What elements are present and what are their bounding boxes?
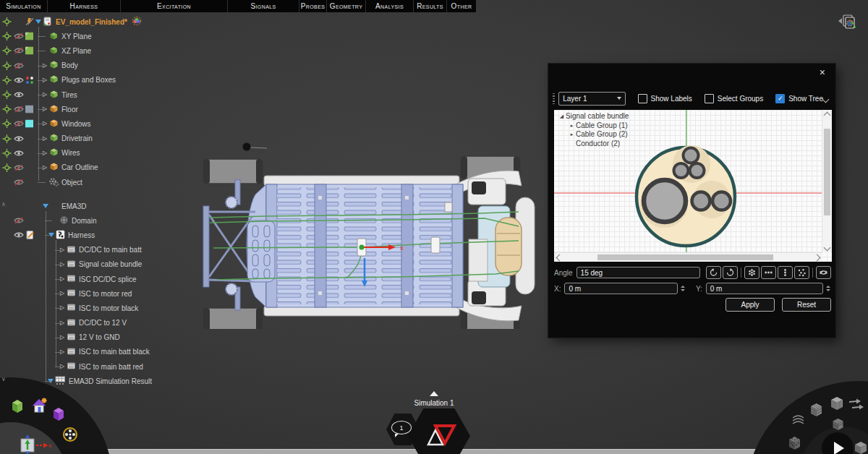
color-swatch[interactable] — [25, 120, 33, 128]
expand-icon[interactable]: ▷ — [43, 77, 47, 83]
rotate-ccw-button[interactable] — [706, 266, 721, 279]
edit-icon[interactable] — [25, 231, 35, 240]
horizontal-scrollbar[interactable] — [554, 252, 822, 262]
scroll-up-icon[interactable]: ∧ — [1, 201, 6, 207]
collapse-icon[interactable] — [35, 20, 41, 24]
visibility-off-icon[interactable] — [14, 47, 24, 54]
checkbox-icon[interactable] — [705, 94, 714, 103]
collapse-icon[interactable] — [48, 233, 54, 237]
vertical-scrollbar[interactable] — [822, 110, 832, 253]
rotate-cw-button[interactable] — [723, 266, 738, 279]
tree-row[interactable]: Object — [0, 175, 181, 189]
visibility-on-icon[interactable] — [14, 231, 24, 239]
panel-chevron-down-icon[interactable] — [823, 92, 828, 105]
close-icon[interactable]: × — [820, 67, 825, 77]
expand-icon[interactable]: ▷ — [43, 106, 47, 112]
expand-icon[interactable]: ▷ — [60, 276, 64, 282]
solid-cube-icon[interactable] — [829, 395, 845, 411]
bundle-tree-row[interactable]: ▸ Cable Group (1) — [558, 121, 629, 131]
floor-pan[interactable] — [247, 184, 463, 307]
locate-target-icon[interactable] — [2, 75, 12, 85]
cross-section-canvas[interactable]: ◢ Signal cable bundle ▸ Cable Group (1) … — [554, 110, 832, 262]
tree-row[interactable]: ▷ Wires — [0, 146, 181, 160]
visibility-off-icon[interactable] — [14, 164, 24, 171]
pack-scatter-button[interactable] — [794, 266, 809, 279]
expand-icon[interactable]: ▷ — [60, 247, 64, 253]
conductor[interactable] — [684, 148, 699, 163]
waves-icon[interactable] — [791, 414, 806, 427]
checkbox-icon[interactable]: ✓ — [775, 94, 785, 103]
visibility-off-icon[interactable] — [14, 62, 24, 69]
color-swatch[interactable] — [25, 33, 33, 40]
orientation-axes-widget[interactable]: x — [17, 434, 52, 454]
checkbox-show-labels[interactable]: Show Labels — [638, 94, 692, 103]
tree-row[interactable]: ▷ Tires — [0, 87, 181, 102]
locate-target-icon[interactable] — [2, 119, 12, 129]
reset-button[interactable]: Reset — [782, 298, 831, 312]
mesh-cube-icon[interactable] — [809, 402, 824, 418]
home-icon[interactable] — [32, 398, 48, 414]
checkbox-show-tree[interactable]: ✓ Show Tree — [775, 94, 823, 103]
expand-icon[interactable]: ▷ — [60, 291, 64, 296]
collapse-icon[interactable] — [43, 204, 48, 208]
corner-cube-icon[interactable] — [854, 440, 868, 454]
visibility-on-icon[interactable] — [14, 77, 24, 84]
conductor[interactable] — [692, 192, 710, 210]
tree-row-cable[interactable]: ▷ ISC to main batt black — [0, 345, 181, 359]
checkbox-select-groups[interactable]: Select Groups — [705, 94, 763, 103]
expand-icon[interactable]: ▷ — [60, 364, 64, 369]
green-cube-icon[interactable] — [10, 398, 25, 414]
pin-marker[interactable] — [243, 143, 268, 151]
tree-row[interactable]: ▷ Windows — [0, 116, 181, 131]
conductor[interactable] — [690, 163, 705, 178]
visibility-off-icon[interactable] — [14, 217, 24, 224]
color-swatch[interactable] — [25, 47, 33, 55]
visibility-on-icon[interactable] — [14, 135, 24, 142]
color-swatch[interactable] — [25, 106, 33, 113]
tree-row-cable[interactable]: ▷ ISC to main batt red — [0, 359, 181, 374]
locate-target-icon[interactable] — [2, 90, 12, 100]
visibility-off-icon[interactable] — [14, 120, 24, 127]
drag-grip[interactable] — [553, 93, 555, 104]
film-reel-icon[interactable] — [62, 427, 78, 442]
expand-icon[interactable]: ▷ — [60, 320, 64, 326]
menu-item-analysis[interactable]: Analysis — [366, 0, 413, 12]
purple-cube-icon[interactable] — [51, 406, 66, 422]
tree-row[interactable]: ▷ Floor — [0, 102, 181, 116]
locate-target-icon[interactable] — [2, 61, 12, 70]
visibility-off-icon[interactable] — [14, 106, 24, 113]
tree-row-cable[interactable]: ▷ ISC DC/DC splice — [0, 272, 181, 286]
locate-target-icon[interactable] — [2, 105, 12, 114]
tree-row-domain[interactable]: Domain — [0, 213, 181, 228]
conductor-large[interactable] — [644, 180, 686, 222]
expand-icon[interactable]: ▷ — [43, 121, 47, 127]
tree-row-cable[interactable]: ▷ ISC to motor red — [0, 286, 181, 301]
hub-mesh-cube-icon[interactable] — [831, 417, 845, 432]
tree-row-cable[interactable]: ▷ DC/DC to 12 V — [0, 316, 181, 330]
layer-select[interactable]: Layer 1 — [558, 92, 625, 106]
colors-icon[interactable] — [25, 76, 34, 85]
y-input[interactable] — [706, 283, 824, 294]
tree-row[interactable]: XY Plane — [0, 29, 181, 43]
visibility-off-icon[interactable] — [14, 33, 24, 40]
conductor[interactable] — [674, 163, 689, 178]
expand-icon[interactable]: ▷ — [60, 262, 64, 267]
locate-target-icon[interactable] — [2, 148, 12, 158]
expand-icon[interactable]: ▷ — [43, 136, 47, 142]
menu-item-harness[interactable]: Harness — [48, 0, 120, 12]
model-display-icon[interactable] — [132, 17, 142, 27]
expand-icon[interactable]: ▷ — [60, 305, 64, 311]
apply-button[interactable]: Apply — [726, 298, 775, 312]
angle-input[interactable] — [576, 267, 700, 278]
collapsed-icon[interactable]: ▸ — [568, 130, 576, 140]
tree-row-cable[interactable]: ▷ Signal cable bundle — [0, 257, 181, 272]
dock-expand-icon[interactable] — [430, 391, 438, 396]
expand-icon[interactable]: ▷ — [43, 150, 47, 156]
conductor[interactable] — [712, 192, 731, 210]
collapse-icon[interactable] — [48, 379, 54, 383]
menu-item-simulation[interactable]: Simulation — [0, 0, 47, 12]
expand-icon[interactable]: ▷ — [43, 92, 47, 98]
tree-row[interactable]: ▷ Drivetrain — [0, 132, 181, 146]
tree-row-harness[interactable]: Harness — [0, 228, 181, 242]
menu-item-signals[interactable]: Signals — [228, 0, 299, 12]
